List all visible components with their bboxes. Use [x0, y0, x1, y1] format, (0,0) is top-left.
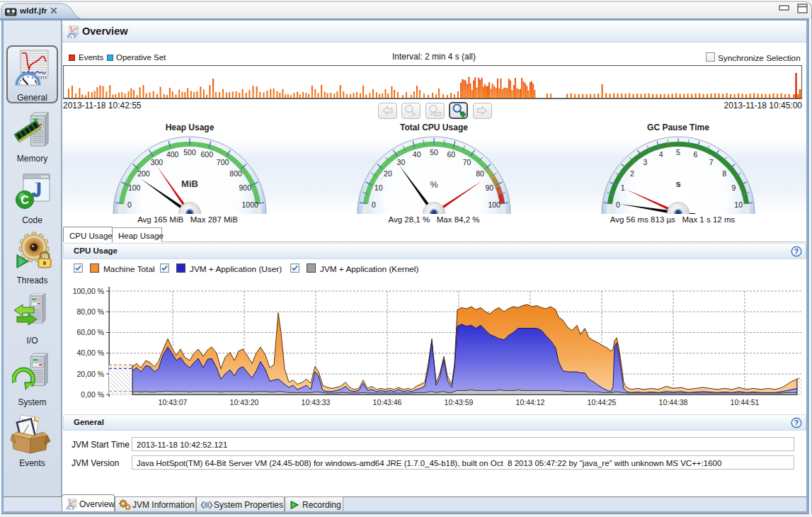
svg-text:100: 100: [488, 200, 501, 209]
svg-text:50: 50: [430, 148, 438, 157]
svg-text:9: 9: [731, 183, 736, 192]
svg-text:10: 10: [374, 183, 383, 192]
svg-text:?: ?: [794, 247, 799, 256]
svg-text:10:43:07: 10:43:07: [159, 398, 188, 407]
svg-text:200: 200: [137, 169, 150, 178]
svg-text:s: s: [675, 178, 680, 189]
svg-text:10:44:51: 10:44:51: [731, 398, 760, 407]
svg-text:0: 0: [616, 200, 620, 209]
svg-text:80: 80: [476, 169, 484, 178]
svg-text:5: 5: [676, 148, 680, 157]
svg-text:10:44:38: 10:44:38: [659, 398, 688, 407]
svg-text:3: 3: [643, 158, 647, 166]
svg-text:100,00 %: 100,00 %: [73, 287, 104, 295]
svg-text:?: ?: [794, 419, 799, 427]
svg-text:100: 100: [128, 183, 141, 192]
svg-text:1: 1: [621, 183, 625, 192]
svg-text:900: 900: [239, 183, 252, 192]
svg-text:%: %: [430, 180, 438, 190]
svg-text:6: 6: [693, 150, 697, 159]
svg-text:MiB: MiB: [181, 178, 198, 189]
svg-text:300: 300: [151, 158, 164, 166]
svg-text:2: 2: [630, 169, 634, 178]
svg-text:800: 800: [229, 169, 242, 178]
svg-text:10:43:20: 10:43:20: [230, 398, 259, 407]
svg-text:40: 40: [413, 150, 421, 159]
svg-text:80,00 %: 80,00 %: [76, 307, 104, 316]
svg-text:7: 7: [709, 158, 714, 166]
svg-text:8: 8: [722, 169, 726, 178]
svg-text:600: 600: [201, 150, 214, 159]
svg-text:400: 400: [166, 150, 179, 159]
svg-text:10:44:25: 10:44:25: [588, 398, 617, 407]
svg-text:40,00 %: 40,00 %: [76, 348, 104, 357]
svg-text:60,00 %: 60,00 %: [76, 328, 104, 336]
svg-text:90: 90: [485, 183, 493, 192]
svg-text:20,00 %: 20,00 %: [76, 370, 104, 378]
svg-text:1000: 1000: [242, 200, 259, 209]
svg-text:20: 20: [384, 169, 392, 178]
svg-text:700: 700: [217, 158, 229, 166]
svg-text:70: 70: [463, 158, 471, 166]
svg-text:0: 0: [372, 200, 376, 209]
svg-text:0,00 %: 0,00 %: [81, 390, 104, 399]
svg-text:500: 500: [183, 148, 196, 157]
svg-text:10:43:59: 10:43:59: [445, 398, 474, 407]
svg-text:10:43:46: 10:43:46: [373, 398, 402, 407]
svg-text:4: 4: [659, 150, 663, 159]
svg-text:10:43:33: 10:43:33: [302, 398, 331, 407]
svg-text:C: C: [21, 194, 29, 206]
svg-text:10: 10: [734, 200, 743, 209]
svg-text:30: 30: [397, 158, 406, 166]
svg-text:10:44:12: 10:44:12: [516, 398, 545, 407]
svg-text:60: 60: [447, 150, 455, 159]
svg-text:0: 0: [127, 200, 132, 209]
